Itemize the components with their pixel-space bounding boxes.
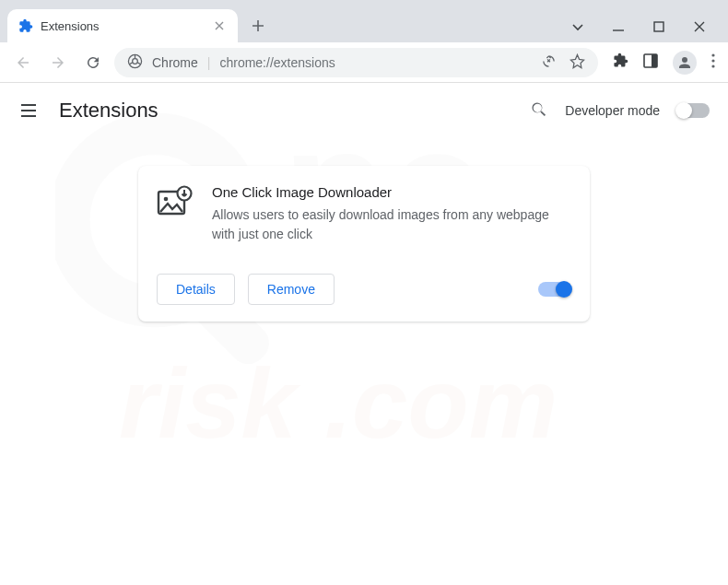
omnibox-prefix: Chrome [152,55,198,70]
browser-toolbar: Chrome | chrome://extensions [0,42,728,83]
remove-button[interactable]: Remove [248,274,335,305]
svg-point-9 [711,53,714,56]
address-bar[interactable]: Chrome | chrome://extensions [114,48,598,77]
svg-point-13 [164,197,169,202]
window-titlebar: Extensions [0,0,728,42]
svg-rect-8 [652,54,657,67]
maximize-icon[interactable] [651,18,667,35]
new-tab-button[interactable] [245,13,271,39]
back-button[interactable] [9,49,37,76]
omnibox-url: chrome://extensions [219,55,335,70]
extension-enable-toggle[interactable] [538,282,571,297]
svg-point-10 [711,59,714,62]
profile-avatar-icon[interactable] [673,51,697,75]
extension-name: One Click Image Downloader [212,184,571,200]
svg-point-11 [711,64,714,67]
omnibox-separator: | [207,55,211,70]
extension-image-download-icon [157,184,194,221]
extensions-list: One Click Image Downloader Allows users … [0,138,728,322]
extension-description: Allows users to easily download images f… [212,205,571,244]
close-tab-icon[interactable] [212,18,227,33]
minimize-icon[interactable] [610,18,627,35]
reload-button[interactable] [79,49,107,76]
developer-mode-label: Developer mode [565,103,660,118]
svg-point-6 [133,58,138,64]
hamburger-menu-icon[interactable] [18,100,39,121]
svg-text:risk .com: risk .com [119,348,558,460]
tab-search-icon[interactable] [569,18,586,35]
close-window-icon[interactable] [691,18,708,35]
kebab-menu-icon[interactable] [711,53,715,72]
svg-rect-4 [654,22,663,31]
tab-title: Extensions [41,19,100,33]
search-icon[interactable] [530,100,548,122]
sidepanel-icon[interactable] [643,53,658,72]
details-button[interactable]: Details [157,274,235,305]
bookmark-star-icon[interactable] [569,53,585,72]
extensions-page-header: Extensions Developer mode [0,83,728,138]
browser-tab[interactable]: Extensions [7,9,238,42]
developer-mode-toggle[interactable] [676,103,710,118]
extension-puzzle-icon [18,18,33,33]
share-icon[interactable] [541,53,557,72]
chrome-logo-icon [127,53,143,72]
extension-card: One Click Image Downloader Allows users … [138,166,590,322]
extensions-puzzle-icon[interactable] [613,53,628,72]
page-title: Extensions [59,99,159,123]
forward-button[interactable] [44,49,72,76]
